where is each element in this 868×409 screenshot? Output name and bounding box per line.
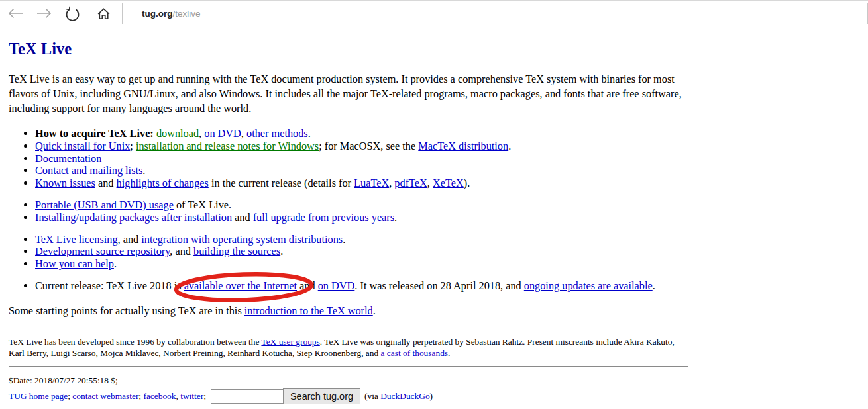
link-contact-and-mailing-lists[interactable]: Contact and mailing lists bbox=[35, 164, 142, 177]
list-item: Quick install for Unix; installation and… bbox=[35, 140, 691, 153]
link-tug-home-page[interactable]: TUG home page bbox=[9, 391, 68, 401]
link-contact-webmaster[interactable]: contact webmaster bbox=[72, 391, 138, 401]
link-list: Portable (USB and DVD) usage of TeX Live… bbox=[9, 199, 691, 224]
home-button[interactable] bbox=[89, 1, 118, 26]
link-available-over-the-internet[interactable]: available over the Internet bbox=[184, 279, 297, 292]
link-building-the-sources[interactable]: building the sources bbox=[193, 245, 280, 257]
list-item: Portable (USB and DVD) usage of TeX Live… bbox=[35, 199, 691, 212]
link-full-upgrade-from-previous-years[interactable]: full upgrade from previous years bbox=[253, 211, 394, 224]
link-lists: How to acquire TeX Live: download, on DV… bbox=[9, 128, 859, 293]
link-ongoing-updates-are-available[interactable]: ongoing updates are available bbox=[524, 279, 653, 292]
text-segment: in the current release (details for bbox=[209, 177, 354, 189]
link-list: Current release: TeX Live 2018 is availa… bbox=[9, 280, 691, 293]
text-segment: , bbox=[199, 127, 204, 140]
page-content: TeX Live TeX Live is an easy way to get … bbox=[0, 40, 868, 405]
link-on-dvd[interactable]: on DVD bbox=[318, 279, 355, 292]
text-segment: Current release: TeX Live 2018 is bbox=[35, 279, 184, 292]
text-segment: TeX Live has been developed since 1996 b… bbox=[9, 337, 261, 347]
link-highlights-of-changes[interactable]: highlights of changes bbox=[117, 177, 209, 189]
link-twitter[interactable]: twitter bbox=[180, 391, 203, 401]
list-item: Contact and mailing lists. bbox=[35, 165, 691, 177]
link-installation-and-release-notes-for-windo[interactable]: installation and release notes for Windo… bbox=[136, 140, 319, 152]
divider bbox=[9, 366, 688, 367]
text-segment: ; for MacOSX, see the bbox=[319, 140, 418, 152]
link-pdftex[interactable]: pdfTeX bbox=[394, 177, 427, 189]
date-line: $Date: 2018/07/27 20:55:18 $; bbox=[9, 375, 859, 386]
search-input[interactable] bbox=[211, 389, 284, 404]
link-facebook[interactable]: facebook bbox=[143, 391, 176, 401]
text-segment: and bbox=[297, 279, 318, 292]
link-how-you-can-help[interactable]: How you can help bbox=[35, 257, 114, 270]
text-segment: ) bbox=[430, 391, 433, 401]
link-download[interactable]: download bbox=[156, 127, 199, 140]
link-mactex-distribution[interactable]: MacTeX distribution bbox=[418, 140, 508, 152]
divider bbox=[9, 328, 688, 328]
text-segment: ; bbox=[130, 140, 136, 152]
text-segment: . It was released on 28 April 2018, and bbox=[354, 279, 523, 292]
search-button[interactable]: Search tug.org bbox=[283, 388, 360, 404]
link-a-cast-of-thousands[interactable]: a cast of thousands bbox=[381, 348, 449, 358]
text-segment: of TeX Live. bbox=[174, 199, 231, 211]
starting-points-paragraph: Some starting points for actually using … bbox=[9, 304, 859, 318]
link-duckduckgo[interactable]: DuckDuckGo bbox=[380, 391, 429, 401]
link-xetex[interactable]: XeTeX bbox=[433, 177, 464, 189]
text-segment: . bbox=[508, 140, 511, 152]
annotation-target: available over the Internet bbox=[184, 279, 297, 292]
text-segment: . bbox=[394, 211, 397, 224]
footer-links: TUG home page; contact webmaster; facebo… bbox=[9, 391, 206, 402]
text-segment: . bbox=[308, 127, 311, 140]
url-host: tug.org bbox=[142, 9, 173, 19]
link-portable-usb-and-dvd-usage[interactable]: Portable (USB and DVD) usage bbox=[35, 199, 174, 211]
address-bar[interactable]: tug.org/texlive bbox=[122, 3, 868, 24]
link-luatex[interactable]: LuaTeX bbox=[354, 177, 389, 189]
link-other-methods[interactable]: other methods bbox=[246, 127, 308, 140]
bold-label: How to acquire TeX Live: bbox=[35, 127, 156, 140]
via-duckduckgo-text: (via DuckDuckGo) bbox=[364, 391, 433, 402]
forward-button[interactable] bbox=[30, 1, 58, 26]
link-on-dvd[interactable]: on DVD bbox=[204, 127, 241, 140]
link-development-source-repository[interactable]: Development source repository bbox=[35, 245, 170, 257]
refresh-button[interactable] bbox=[58, 1, 87, 26]
url-path: /texlive bbox=[173, 9, 201, 19]
text-segment: (via bbox=[364, 391, 380, 401]
list-item: TeX Live licensing, and integration with… bbox=[35, 234, 691, 246]
link-documentation[interactable]: Documentation bbox=[35, 152, 101, 165]
link-list: How to acquire TeX Live: download, on DV… bbox=[9, 128, 691, 190]
page-title: TeX Live bbox=[9, 40, 859, 58]
text-segment: . bbox=[142, 164, 145, 177]
text-segment: ; bbox=[203, 391, 206, 401]
text-segment: , bbox=[427, 177, 433, 189]
arrow-right-icon bbox=[36, 8, 52, 19]
list-item: Development source repository, and build… bbox=[35, 246, 691, 258]
back-button[interactable] bbox=[1, 1, 30, 26]
text-segment: . bbox=[280, 245, 283, 257]
text-segment: and bbox=[232, 211, 253, 224]
link-installing-updating-packages-after-insta[interactable]: Installing/updating packages after insta… bbox=[35, 211, 232, 224]
refresh-icon bbox=[65, 6, 80, 21]
list-item: Current release: TeX Live 2018 is availa… bbox=[35, 280, 691, 293]
link-integration-with-operating-system-distri[interactable]: integration with operating system distri… bbox=[141, 233, 343, 246]
link-known-issues[interactable]: Known issues bbox=[35, 177, 95, 189]
text-segment: ). bbox=[464, 177, 470, 189]
text-segment: , bbox=[241, 127, 246, 140]
footer-row: TUG home page; contact webmaster; facebo… bbox=[9, 388, 859, 405]
text-segment: Some starting points for actually using … bbox=[9, 304, 244, 317]
link-tex-live-licensing[interactable]: TeX Live licensing bbox=[35, 233, 118, 246]
text-segment: . bbox=[343, 233, 345, 246]
link-quick-install-for-unix[interactable]: Quick install for Unix bbox=[35, 140, 130, 152]
browser-toolbar: tug.org/texlive bbox=[0, 0, 868, 26]
link-introduction-to-the-tex-world[interactable]: introduction to the TeX world bbox=[244, 304, 373, 317]
text-segment: and bbox=[95, 177, 117, 189]
text-segment: , and bbox=[170, 245, 193, 257]
list-item: Known issues and highlights of changes i… bbox=[35, 177, 691, 190]
text-segment: . bbox=[114, 257, 117, 270]
text-segment: . bbox=[448, 348, 450, 358]
link-tex-user-groups[interactable]: TeX user groups bbox=[261, 337, 319, 347]
text-segment: . bbox=[653, 279, 655, 292]
list-item: Documentation bbox=[35, 153, 691, 165]
credits-paragraph: TeX Live has been developed since 1996 b… bbox=[9, 336, 691, 359]
intro-paragraph: TeX Live is an easy way to get up and ru… bbox=[9, 72, 691, 116]
link-list: TeX Live licensing, and integration with… bbox=[9, 234, 691, 271]
list-item: How to acquire TeX Live: download, on DV… bbox=[35, 128, 691, 140]
list-item: How you can help. bbox=[35, 258, 691, 271]
